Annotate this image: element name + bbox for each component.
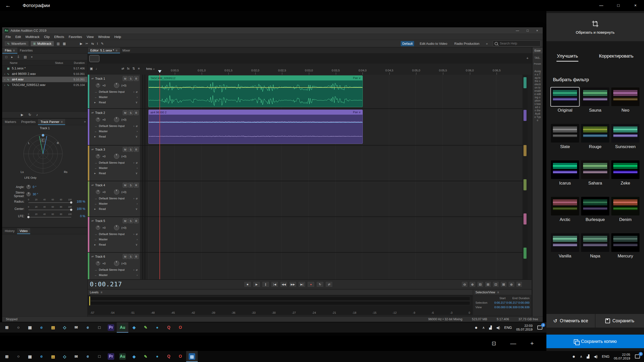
pan-knob[interactable] (114, 225, 119, 230)
snapping-toggle-icon[interactable]: ⇄ (122, 67, 124, 70)
language-indicator[interactable]: ENG (602, 354, 610, 358)
knob[interactable] (26, 192, 31, 196)
stop-button[interactable]: ■ (244, 281, 251, 287)
automation-mode-selector[interactable]: Read (99, 207, 106, 210)
zoom-out-amplitude-button[interactable]: ⊟ (477, 281, 484, 287)
more-icon[interactable]: › (133, 90, 134, 93)
more-icon[interactable]: › (137, 238, 138, 241)
track-header[interactable]: ⇌ Track 2 M S R (88, 109, 140, 145)
input-selector[interactable]: Default Stereo Input (99, 161, 125, 164)
clip-waveform[interactable] (149, 80, 363, 107)
track-name[interactable]: Track 6 (95, 255, 105, 258)
audition-minimize-button[interactable]: — (516, 29, 519, 32)
metronome-icon[interactable]: ♩ (96, 67, 99, 70)
q-app-icon[interactable]: Q (163, 322, 175, 333)
arm-record-button[interactable]: R (134, 147, 139, 152)
zoom-in-button[interactable]: + (529, 340, 535, 347)
mute-button[interactable]: M (123, 218, 128, 223)
browser-globe-icon[interactable]: ● (151, 322, 163, 333)
file-explorer-icon[interactable]: ▤ (47, 322, 59, 333)
panel-menu-icon[interactable]: ≡ (497, 291, 499, 294)
arm-record-button[interactable]: R (134, 76, 139, 81)
volume-value[interactable]: +0 (102, 84, 106, 87)
filter-option[interactable]: Zeke (611, 160, 639, 186)
pan-value[interactable]: (+0) (122, 262, 127, 265)
solo-button[interactable]: S (128, 183, 133, 188)
filter-option[interactable]: Sahara (581, 160, 609, 186)
audio-clip[interactable]: air4 96000 2 Pan ∨ (148, 110, 363, 144)
slider[interactable]: 020406080100 (28, 212, 72, 220)
skip-selection-button[interactable]: ⇄ (325, 281, 333, 287)
zoom-out-button[interactable]: — (509, 340, 518, 347)
tab-properties[interactable]: Properties (19, 119, 38, 125)
volume-knob[interactable] (96, 83, 100, 87)
minimize-button[interactable]: — (593, 0, 610, 11)
track-lane[interactable] (148, 181, 522, 216)
photos-app-icon[interactable]: ▨ (186, 351, 198, 362)
mute-button[interactable]: M (123, 254, 128, 259)
pan-value[interactable]: (+0) (122, 155, 127, 158)
pan-value[interactable]: (+0) (122, 191, 127, 194)
import-file-icon[interactable]: ⇩ (17, 55, 20, 59)
output-selector[interactable]: Master (99, 166, 108, 169)
edit-mode-tab[interactable]: Улучшить (556, 51, 579, 62)
filter-option[interactable]: Arctic (551, 197, 579, 222)
pan-value[interactable]: (+0) (122, 118, 127, 121)
fast-forward-button[interactable]: ▶▶ (289, 281, 297, 287)
output-selector[interactable]: Master (99, 274, 108, 277)
movies-tv-icon[interactable]: □ (94, 322, 105, 333)
cancel-all-button[interactable]: ↺Отменить все (546, 314, 595, 328)
pan-knob[interactable] (114, 261, 119, 266)
more-icon[interactable]: › (137, 166, 138, 169)
navigator-range-box[interactable] (89, 55, 99, 62)
mail-icon[interactable]: ✉ (70, 351, 82, 362)
mute-button[interactable]: M (123, 147, 128, 152)
razor-tool-icon[interactable]: ✂ (86, 42, 88, 46)
filter-option[interactable]: Sauna (581, 87, 609, 113)
ie-icon[interactable]: e (82, 322, 94, 333)
notification-center-icon[interactable]: 4 (537, 325, 543, 330)
filter-option[interactable]: Icarus (551, 160, 579, 186)
filter-option[interactable]: Neo (611, 87, 639, 113)
tab-editor[interactable]: Editor: 5.1.sesx *≡ (88, 48, 120, 53)
volume-value[interactable]: +0 (102, 262, 106, 265)
panel-menu-icon[interactable]: ≡ (116, 49, 117, 52)
search-button[interactable]: ○ (13, 351, 24, 362)
slider-thumb[interactable] (27, 216, 30, 218)
pan-knob[interactable] (114, 154, 119, 159)
filter-option[interactable]: Mercury (611, 233, 639, 259)
expand-icon[interactable]: › (4, 72, 7, 75)
volume-knob[interactable] (96, 225, 100, 230)
menu-item[interactable]: Favorites (66, 35, 84, 39)
zoom-to-fit-button[interactable]: ⊡ (490, 340, 498, 347)
opera-icon[interactable]: O (175, 322, 186, 333)
zoom-out-full-button[interactable]: ⊖ (461, 281, 468, 287)
input-selector[interactable]: Default Stereo Input (99, 233, 125, 236)
filter-option[interactable]: Original (551, 87, 579, 113)
zoom-to-selection-button[interactable]: ⊡ (493, 281, 499, 287)
people-icon[interactable]: ☻ (572, 354, 576, 358)
delete-icon[interactable]: × (31, 55, 33, 59)
menu-item[interactable]: Clip (42, 35, 52, 39)
tray-chevron-icon[interactable]: ∧ (482, 326, 485, 330)
track-header[interactable]: ⇌ Track 6 M S R (88, 253, 140, 279)
record-button[interactable]: ● (307, 281, 315, 287)
slider[interactable]: 020406080100 (28, 205, 72, 212)
field-value[interactable]: 0 ° (33, 185, 36, 189)
marker-tool-icon[interactable]: ✎ (101, 42, 104, 46)
more-icon[interactable]: › (133, 161, 134, 164)
zoom-in-full-button[interactable]: ⊕ (469, 281, 476, 287)
store-icon[interactable]: ◇ (59, 351, 70, 362)
movies-tv-icon[interactable]: □ (94, 351, 105, 362)
menu-item[interactable]: Multitrack (23, 35, 42, 39)
zoom-selection-in-point-button[interactable]: ⊠ (500, 281, 507, 287)
mail-icon[interactable]: ✉ (70, 322, 82, 333)
audio-clip[interactable]: TASCAM_0269S12 Pan ∨ (148, 75, 363, 107)
new-file-icon[interactable]: □ (5, 55, 7, 59)
automation-mode-selector[interactable]: Read (99, 172, 106, 175)
audition-icon[interactable]: Au (117, 351, 128, 362)
task-view-button[interactable]: ▦ (24, 322, 36, 333)
opera-icon[interactable]: O (175, 351, 186, 362)
filter-option[interactable]: Sunscreen (611, 124, 639, 149)
track-lane[interactable]: TASCAM_0269S12 Pan ∨ (148, 75, 522, 108)
